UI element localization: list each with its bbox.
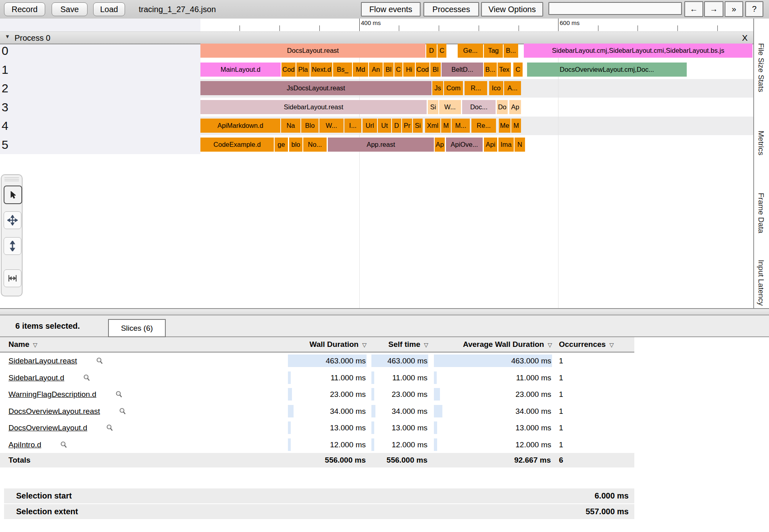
record-button[interactable]: Record xyxy=(4,2,45,16)
trace-slice[interactable]: Com xyxy=(444,81,463,95)
selection-tool-button[interactable] xyxy=(4,186,22,204)
search-input[interactable] xyxy=(548,2,682,15)
pan-tool-button[interactable] xyxy=(4,211,21,229)
magnifier-icon[interactable] xyxy=(115,390,123,398)
trace-slice[interactable]: DocsLayout.reast xyxy=(200,44,425,58)
trace-slice[interactable]: ApiOve... xyxy=(446,138,483,152)
trace-slice[interactable]: Ima xyxy=(498,138,514,152)
save-button[interactable]: Save xyxy=(52,2,88,16)
trace-slice[interactable]: Me xyxy=(499,119,511,133)
sidebar-tab-metrics[interactable]: Metrics xyxy=(756,131,765,155)
magnifier-icon[interactable] xyxy=(96,357,104,365)
column-header-wall-duration[interactable]: Wall Duration▽ xyxy=(288,337,367,352)
trace-slice[interactable]: MainLayout.d xyxy=(200,63,281,77)
trace-slice[interactable]: No... xyxy=(303,138,327,152)
zoom-tool-button[interactable] xyxy=(4,237,21,255)
trace-slice[interactable]: Ap xyxy=(435,138,445,152)
trace-slice[interactable]: M... xyxy=(452,119,470,133)
trace-slice[interactable]: Si xyxy=(428,100,438,114)
slice-name-link[interactable]: WarningFlagDescription.d xyxy=(8,386,104,403)
trace-slice[interactable]: Pla xyxy=(296,63,310,77)
trace-slice[interactable]: Na xyxy=(281,119,300,133)
sidebar-tab-frame-data[interactable]: Frame Data xyxy=(756,193,765,233)
trace-slice[interactable]: Bs_ xyxy=(333,63,352,77)
trace-slice[interactable]: Do xyxy=(497,100,508,114)
process-close-button[interactable]: X xyxy=(742,32,748,44)
trace-slice[interactable]: R... xyxy=(465,81,487,95)
trace-slice[interactable]: C xyxy=(438,44,446,58)
trace-slice[interactable]: Ge... xyxy=(458,44,483,58)
trace-slice[interactable]: Si xyxy=(413,119,423,133)
trace-slice[interactable]: Xml xyxy=(425,119,440,133)
trace-slice[interactable]: Re... xyxy=(471,119,496,133)
slice-name-link[interactable]: ApiIntro.d xyxy=(8,436,49,453)
processes-button[interactable]: Processes xyxy=(423,2,479,17)
trace-slice[interactable]: D xyxy=(392,119,401,133)
trace-slice[interactable]: Cod xyxy=(416,63,429,77)
sidebar-tab-input-latency[interactable]: Input Latency xyxy=(756,260,765,306)
trace-slice[interactable]: B... xyxy=(504,44,518,58)
trace-slice[interactable]: C xyxy=(394,63,402,77)
trace-slice[interactable]: Blo xyxy=(301,119,319,133)
sidebar-tab-file-size-stats[interactable]: File Size Stats xyxy=(756,43,765,92)
trace-slice[interactable]: Ut xyxy=(378,119,391,133)
trace-slice[interactable]: Bl xyxy=(430,63,441,77)
trace-slice[interactable]: JsDocsLayout.reast xyxy=(200,81,431,95)
slice-name-link[interactable]: DocsOverviewLayout.reast xyxy=(8,403,108,420)
trace-slice[interactable]: Cod xyxy=(281,63,296,77)
trace-slice[interactable]: Next.d xyxy=(311,63,332,77)
magnifier-icon[interactable] xyxy=(119,407,127,415)
trace-slice[interactable]: M xyxy=(511,119,521,133)
trace-slice[interactable]: SidebarLayout.reast xyxy=(200,100,427,114)
magnifier-icon[interactable] xyxy=(60,441,68,449)
find-next-button[interactable]: → xyxy=(704,1,723,17)
trace-slice[interactable]: M xyxy=(441,119,451,133)
magnifier-icon[interactable] xyxy=(106,424,114,432)
trace-slice[interactable]: SidebarLayout.cmj,SidebarLayout.cmi,Side… xyxy=(524,44,752,58)
trace-slice[interactable]: Api xyxy=(484,138,497,152)
trace-slice[interactable]: A... xyxy=(504,81,521,95)
trace-slice[interactable]: ApiMarkdown.d xyxy=(200,119,280,133)
trace-slice[interactable]: App.reast xyxy=(328,138,434,152)
column-header-occurrences[interactable]: Occurrences▽ xyxy=(559,337,614,352)
trace-slice[interactable]: Pr xyxy=(402,119,412,133)
trace-slice[interactable]: Hi xyxy=(403,63,415,77)
slice-name-link[interactable]: SidebarLayout.d xyxy=(8,369,72,386)
find-previous-button[interactable]: ← xyxy=(684,1,703,17)
collapse-arrow-icon[interactable]: ▼ xyxy=(5,33,10,40)
trace-slice[interactable]: D xyxy=(426,44,437,58)
trace-slice[interactable]: Url xyxy=(363,119,377,133)
trace-slice[interactable]: Bl xyxy=(383,63,394,77)
trace-slice[interactable]: N xyxy=(515,138,525,152)
trace-slice[interactable]: Md xyxy=(353,63,368,77)
trace-slice[interactable]: I... xyxy=(344,119,361,133)
trace-slice[interactable]: An xyxy=(369,63,383,77)
trace-slice[interactable]: Tex xyxy=(498,63,511,77)
trace-slice[interactable]: BeltD... xyxy=(442,63,483,77)
tab-slices[interactable]: Slices (6) xyxy=(108,319,166,337)
trace-slice[interactable]: W... xyxy=(439,100,461,114)
flow-events-button[interactable]: Flow events xyxy=(361,2,421,17)
pane-splitter[interactable] xyxy=(0,308,769,315)
view-options-button[interactable]: View Options xyxy=(481,2,543,17)
palette-grip-handle[interactable] xyxy=(4,177,19,181)
trace-slice[interactable]: blo xyxy=(289,138,302,152)
magnifier-icon[interactable] xyxy=(83,374,91,382)
column-header-name[interactable]: Name▽ xyxy=(8,337,38,352)
help-button[interactable]: ? xyxy=(745,1,763,17)
trace-slice[interactable]: Ico xyxy=(489,81,503,95)
slice-name-link[interactable]: SidebarLayout.reast xyxy=(8,353,85,369)
trace-slice[interactable]: C xyxy=(513,63,523,77)
slice-name-link[interactable]: DocsOverviewLayout.d xyxy=(8,419,95,436)
trace-slice[interactable]: ge xyxy=(275,138,288,152)
column-header-self-time[interactable]: Self time▽ xyxy=(371,337,428,352)
trace-slice[interactable]: W... xyxy=(319,119,344,133)
trace-slice[interactable]: Js xyxy=(432,81,443,95)
trace-slice[interactable]: Tag xyxy=(484,44,503,58)
overflow-menu-button[interactable]: » xyxy=(725,1,743,17)
timing-tool-button[interactable] xyxy=(4,269,21,287)
trace-slice[interactable]: CodeExample.d xyxy=(200,138,274,152)
trace-slice[interactable]: Doc... xyxy=(462,100,496,114)
trace-slice[interactable]: Ap xyxy=(509,100,521,114)
trace-slice[interactable]: B... xyxy=(484,63,497,77)
